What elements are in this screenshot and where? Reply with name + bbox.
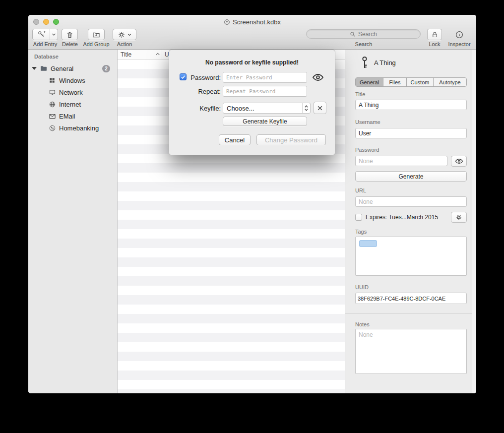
notes-field-label: Notes: [355, 321, 370, 327]
sidebar-item-windows[interactable]: Windows: [28, 75, 117, 86]
screen: { "window": { "title": "Screenshot.kdbx"…: [0, 0, 504, 433]
action-icon: [118, 31, 126, 39]
username-field[interactable]: [355, 128, 467, 138]
inspector-label: Inspector: [448, 41, 470, 47]
dialog-password-label: Password:: [187, 74, 221, 81]
delete-button[interactable]: [62, 29, 78, 40]
sidebar-item-label: Internet: [59, 101, 81, 108]
tab-files[interactable]: Files: [383, 78, 407, 86]
stepper-icon: [302, 103, 310, 113]
sidebar-item-homebanking[interactable]: Homebanking: [28, 123, 117, 133]
title-field[interactable]: [355, 100, 467, 110]
add-group-label: Add Group: [83, 41, 109, 47]
change-password-label: Change Password: [265, 136, 317, 144]
add-group-button[interactable]: [88, 29, 105, 40]
change-password-button[interactable]: Change Password: [256, 134, 326, 145]
notes-field[interactable]: None: [355, 329, 467, 374]
folder-icon: [40, 64, 48, 72]
sidebar-item-internet[interactable]: Internet: [28, 99, 117, 110]
expires-settings-button[interactable]: [451, 212, 467, 223]
sort-asc-icon: [155, 52, 160, 56]
inspector-icon: [455, 30, 464, 39]
dialog-keyfile-label: Keyfile:: [187, 105, 221, 112]
keyfile-value: Choose...: [223, 105, 302, 112]
dialog-password-input[interactable]: [223, 72, 307, 83]
search-icon: [350, 31, 356, 37]
dialog-repeat-input[interactable]: [223, 86, 307, 97]
username-field-label: Username: [355, 119, 380, 125]
entry-title: A Thing: [374, 59, 396, 66]
group-badge: 2: [102, 65, 110, 72]
add-group-icon: [92, 31, 100, 39]
add-entry-label: Add Entry: [33, 41, 57, 47]
add-entry-icon: [33, 29, 50, 40]
entry-key-icon: [359, 56, 370, 69]
generate-password-button[interactable]: Generate: [355, 171, 467, 182]
url-field-label: URL: [355, 187, 366, 193]
sidebar-item-general[interactable]: General 2: [28, 63, 117, 74]
network-icon: [48, 88, 56, 96]
add-entry-button[interactable]: [32, 29, 58, 40]
title-field-label: Title: [355, 91, 365, 97]
clear-keyfile-button[interactable]: [314, 102, 326, 114]
clear-icon: [317, 105, 323, 111]
generate-keyfile-label: Generate Keyfile: [243, 118, 287, 125]
tab-custom[interactable]: Custom: [407, 78, 434, 86]
tab-autotype[interactable]: Autotype: [434, 78, 466, 86]
notes-placeholder: None: [359, 331, 373, 338]
disclosure-icon[interactable]: [32, 67, 37, 70]
reveal-password-button[interactable]: [451, 156, 467, 167]
column-title[interactable]: Title: [121, 51, 131, 58]
sidebar-item-label: Network: [59, 89, 83, 96]
sidebar: Database General 2 Windows Network: [28, 50, 118, 393]
change-password-dialog: No password or keyfile supplied! Passwor…: [169, 50, 335, 155]
inspector-divider: [345, 313, 476, 314]
action-button[interactable]: [113, 29, 136, 40]
checkmark-icon: [181, 75, 186, 79]
homebanking-icon: [48, 124, 56, 132]
lock-button[interactable]: [427, 29, 442, 40]
tag-chip[interactable]: [359, 240, 377, 247]
gear-icon: [455, 214, 462, 221]
dialog-repeat-label: Repeat:: [187, 88, 221, 95]
expires-checkbox[interactable]: [355, 214, 362, 221]
dialog-reveal-button[interactable]: [311, 72, 325, 82]
eye-icon: [312, 73, 324, 81]
inspector-scrollbar[interactable]: [472, 50, 476, 393]
cancel-button[interactable]: Cancel: [219, 134, 251, 145]
eye-icon: [455, 158, 463, 164]
lock-label: Lock: [429, 41, 440, 47]
window-title: Screenshot.kdbx: [233, 18, 281, 26]
app-window: Screenshot.kdbx Add Entry Delete Add Gro…: [28, 15, 476, 393]
tags-field[interactable]: [355, 237, 467, 276]
search-input[interactable]: Search: [306, 29, 421, 39]
email-icon: [48, 112, 56, 120]
sidebar-item-label: Homebanking: [59, 124, 99, 132]
dialog-message: No password or keyfile supplied!: [169, 59, 335, 66]
password-field-label: Password: [355, 147, 379, 153]
tab-general[interactable]: General: [356, 78, 383, 86]
column-divider[interactable]: [162, 50, 162, 59]
sidebar-item-label: General: [51, 65, 73, 72]
internet-icon: [48, 100, 56, 108]
sidebar-item-email[interactable]: EMail: [28, 111, 117, 122]
windows-icon: [48, 76, 56, 84]
sidebar-header: Database: [34, 54, 59, 60]
url-field[interactable]: [355, 196, 467, 207]
keyfile-dropdown[interactable]: Choose...: [223, 103, 311, 114]
password-field[interactable]: [355, 156, 447, 166]
add-entry-dropdown-icon[interactable]: [50, 29, 58, 40]
inspector-button[interactable]: [452, 29, 467, 40]
sidebar-item-label: EMail: [59, 113, 75, 120]
sidebar-item-network[interactable]: Network: [28, 87, 117, 98]
search-label: Search: [355, 41, 373, 47]
lock-icon: [431, 31, 439, 38]
delete-label: Delete: [62, 41, 78, 47]
generate-keyfile-button[interactable]: Generate Keyfile: [223, 117, 307, 126]
titlebar-toolbar: Screenshot.kdbx Add Entry Delete Add Gro…: [28, 15, 476, 50]
uuid-field[interactable]: [355, 293, 467, 304]
password-enabled-checkbox[interactable]: [180, 73, 187, 80]
inspector-tabs: General Files Custom Autotype: [355, 77, 467, 87]
sidebar-item-label: Windows: [59, 77, 85, 84]
cancel-label: Cancel: [225, 136, 245, 144]
